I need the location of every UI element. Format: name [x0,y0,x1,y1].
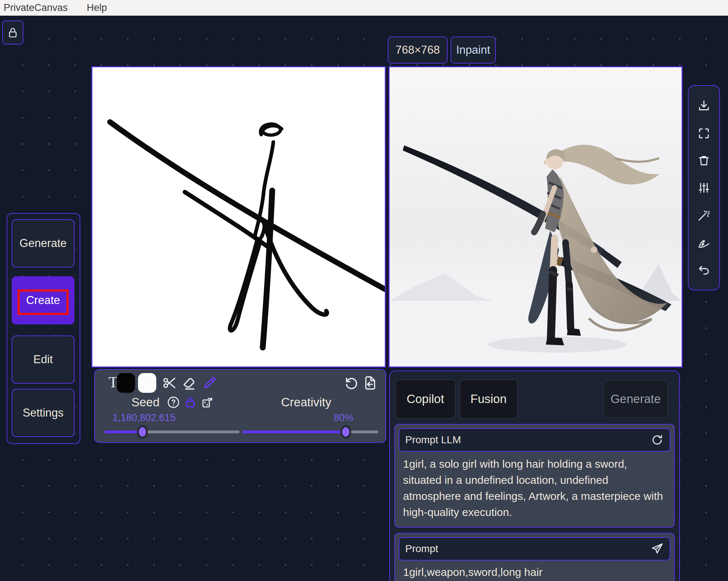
white-color-swatch[interactable] [138,373,156,393]
creativity-slider[interactable] [242,430,378,433]
generated-image [390,67,682,367]
nav-settings-button[interactable]: Settings [12,389,74,437]
prompt-section: Prompt 1girl,weapon,sword,long hair [394,533,675,581]
app-window: PrivateCanvas Help 768×768 Inpaint [0,0,728,581]
nav-generate-button[interactable]: Generate [12,219,74,267]
menu-app-name[interactable]: PrivateCanvas [1,2,70,14]
seed-label: Seed [131,395,160,409]
trash-icon[interactable] [697,153,711,168]
red-annotation-box [18,289,69,315]
generate-button[interactable]: Generate [603,380,668,418]
creativity-label: Creativity [281,395,332,409]
seed-value: 1,180,802,615 [112,412,176,424]
prompt-title: Prompt [405,543,438,555]
nav-edit-button[interactable]: Edit [12,335,74,384]
prompt-llm-section: Prompt LLM 1girl, a solo girl with long … [394,424,675,528]
send-icon[interactable] [651,542,664,555]
download-icon[interactable] [697,99,711,113]
menubar: PrivateCanvas Help [0,0,728,16]
copilot-button[interactable]: Copilot [395,379,456,419]
prompt-llm-textarea[interactable]: 1girl, a solo girl with long hair holdin… [403,456,666,520]
pen-icon[interactable] [697,235,711,250]
canvas-size-button[interactable]: 768×768 [388,37,448,64]
undo-icon[interactable] [697,262,711,277]
fusion-button[interactable]: Fusion [459,379,518,419]
file-import-icon[interactable] [362,375,378,391]
refresh-icon[interactable] [651,433,664,447]
seed-slider[interactable] [104,430,240,433]
creativity-slider-thumb[interactable] [340,425,351,438]
fullscreen-icon[interactable] [697,126,711,141]
lock-icon [5,25,20,40]
rotate-ccw-icon[interactable] [343,375,359,391]
prompt-header: Prompt [399,537,670,561]
seed-slider-thumb[interactable] [137,425,148,438]
sliders-icon[interactable] [697,181,711,195]
sketch-canvas[interactable] [91,66,386,368]
eraser-icon[interactable] [181,375,197,391]
menu-help[interactable]: Help [85,2,110,14]
prompt-textarea[interactable]: 1girl,weapon,sword,long hair [403,564,666,580]
magic-wand-icon[interactable] [697,208,711,223]
image-toolbar [688,85,720,290]
prompt-llm-header: Prompt LLM [399,428,670,452]
help-circle-icon[interactable] [166,395,180,409]
prompt-llm-title: Prompt LLM [405,434,461,446]
seed-lock-icon[interactable] [183,395,197,409]
generated-image-canvas[interactable] [388,66,683,368]
randomize-dice-icon[interactable] [200,395,214,409]
lock-button[interactable] [2,20,23,45]
creativity-value: 80% [334,412,353,424]
creativity-slider-fill [242,430,346,433]
pencil-icon[interactable] [202,375,218,391]
sketch-drawing [92,67,385,367]
black-color-swatch[interactable] [117,373,135,393]
scissors-icon[interactable] [161,375,177,391]
inpaint-button[interactable]: Inpaint [451,37,496,64]
